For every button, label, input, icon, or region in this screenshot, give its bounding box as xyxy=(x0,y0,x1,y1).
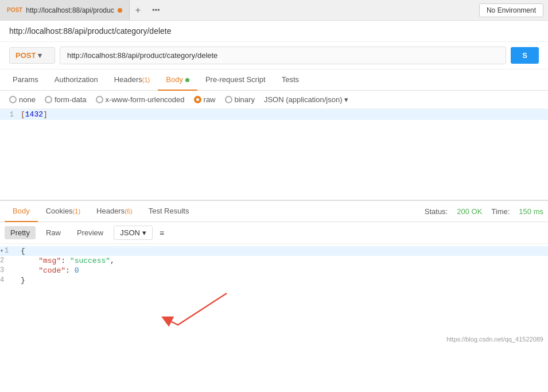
watermark: https://blog.csdn.net/qq_41522089 xyxy=(0,333,548,345)
radio-raw-label: raw xyxy=(204,95,216,104)
resp-line-3: 3 "code": 0 xyxy=(0,266,548,275)
time-value: 150 ms xyxy=(519,207,543,216)
resp-json-arrow: ▾ xyxy=(142,228,146,237)
method-label: POST xyxy=(15,51,36,60)
radio-urlencoded-label: x-www-form-urlencoded xyxy=(106,95,185,104)
code-line-1: 1 [1432] xyxy=(0,109,548,120)
fmt-pretty[interactable]: Pretty xyxy=(5,226,36,239)
radio-form-data-label: form-data xyxy=(55,95,87,104)
num-value: 1432 xyxy=(25,110,43,119)
resp-tab-headers[interactable]: Headers(6) xyxy=(88,201,141,222)
resp-line-4: 4 } xyxy=(0,275,548,285)
response-format-bar: Pretty Raw Preview JSON ▾ ≡ xyxy=(0,222,548,244)
time-label: Time: xyxy=(491,207,510,216)
body-types: none form-data x-www-form-urlencoded raw… xyxy=(0,91,548,109)
cookies-badge: (1) xyxy=(73,208,80,215)
fmt-raw[interactable]: Raw xyxy=(40,226,67,239)
radio-raw-circle xyxy=(194,96,201,103)
request-tab[interactable]: POST http://localhost:88/api/produc xyxy=(0,0,130,20)
resp-line-num-2: 2 xyxy=(0,257,21,265)
no-environment[interactable]: No Environment xyxy=(479,3,543,17)
tab-method-badge: POST xyxy=(7,7,22,13)
tab-params[interactable]: Params xyxy=(5,69,46,91)
bracket-open: [ xyxy=(21,110,25,119)
resp-tab-body[interactable]: Body xyxy=(5,201,38,222)
wrap-icon[interactable]: ≡ xyxy=(160,228,164,238)
resp-line-content-3: "code": 0 xyxy=(21,266,79,275)
tab-headers[interactable]: Headers(1) xyxy=(106,69,158,91)
request-body-editor[interactable]: 1 [1432] xyxy=(0,109,548,201)
radio-binary[interactable]: binary xyxy=(225,95,255,104)
resp-line-content-4: } xyxy=(21,276,25,285)
radio-form-data-circle xyxy=(45,96,52,103)
resp-line-2: 2 "msg": "success", xyxy=(0,256,548,266)
radio-none[interactable]: none xyxy=(9,95,36,104)
key-msg: "msg" xyxy=(38,257,61,265)
resp-tab-cookies[interactable]: Cookies(1) xyxy=(38,201,88,222)
resp-line-content-1: { xyxy=(21,247,25,255)
headers-badge: (1) xyxy=(142,76,150,83)
request-tabs: Params Authorization Headers(1) Body Pre… xyxy=(0,69,548,91)
request-bar: POST ▾ S xyxy=(0,42,548,69)
radio-none-label: none xyxy=(19,95,36,104)
radio-binary-circle xyxy=(225,96,232,103)
json-type-select[interactable]: JSON (application/json) ▾ xyxy=(264,95,349,104)
more-tabs-button[interactable]: ••• xyxy=(146,6,166,14)
radio-binary-label: binary xyxy=(235,95,255,104)
resp-line-content-2: "msg": "success", xyxy=(21,257,115,265)
url-input[interactable] xyxy=(60,46,506,64)
bracket-close: ] xyxy=(43,110,48,119)
body-dot xyxy=(185,78,189,82)
url-display: http://localhost:88/api/product/category… xyxy=(0,21,548,42)
key-code: "code" xyxy=(38,266,65,275)
tab-tests[interactable]: Tests xyxy=(274,69,307,91)
response-tabs-bar: Body Cookies(1) Headers(6) Test Results … xyxy=(0,201,548,222)
status-value: 200 OK xyxy=(457,207,482,216)
tab-pre-request[interactable]: Pre-request Script xyxy=(197,69,274,91)
tab-authorization[interactable]: Authorization xyxy=(46,69,106,91)
method-arrow: ▾ xyxy=(38,51,42,60)
send-button[interactable]: S xyxy=(511,47,539,64)
val-code: 0 xyxy=(75,266,79,275)
status-label: Status: xyxy=(425,207,448,216)
json-type-arrow: ▾ xyxy=(344,95,348,104)
val-msg: "success" xyxy=(70,257,110,265)
method-select[interactable]: POST ▾ xyxy=(9,47,55,64)
line-content-1: [1432] xyxy=(21,110,48,119)
annotation-area xyxy=(0,288,548,333)
response-section: Body Cookies(1) Headers(6) Test Results … xyxy=(0,201,548,345)
expand-arrow-1[interactable]: ▾ xyxy=(0,247,3,254)
resp-json-label: JSON xyxy=(120,228,140,237)
radio-form-data[interactable]: form-data xyxy=(45,95,87,104)
tab-dot xyxy=(118,8,122,13)
radio-none-circle xyxy=(9,96,17,103)
tab-bar: POST http://localhost:88/api/produc + ••… xyxy=(0,0,548,21)
fmt-preview[interactable]: Preview xyxy=(71,226,109,239)
add-tab-button[interactable]: + xyxy=(130,5,146,15)
resp-line-num-4: 4 xyxy=(0,276,21,284)
radio-urlencoded[interactable]: x-www-form-urlencoded xyxy=(96,95,185,104)
response-status: Status: 200 OK Time: 150 ms xyxy=(425,207,543,216)
resp-line-1: ▾1 { xyxy=(0,246,548,256)
resp-headers-badge: (6) xyxy=(125,208,132,215)
line-num-1: 1 xyxy=(0,111,21,119)
radio-raw[interactable]: raw xyxy=(194,95,216,104)
json-type-label: JSON (application/json) xyxy=(264,95,343,104)
resp-json-select[interactable]: JSON ▾ xyxy=(114,226,153,240)
tab-url: http://localhost:88/api/produc xyxy=(26,6,114,14)
red-arrow-annotation xyxy=(0,288,548,333)
resp-line-num-3: 3 xyxy=(0,266,21,274)
resp-line-num-1: ▾1 xyxy=(0,247,21,255)
radio-urlencoded-circle xyxy=(96,96,103,103)
resp-tab-test-results[interactable]: Test Results xyxy=(141,201,197,222)
response-body-editor: ▾1 { 2 "msg": "success", 3 "code": 0 4 } xyxy=(0,244,548,288)
tab-body[interactable]: Body xyxy=(158,69,197,91)
